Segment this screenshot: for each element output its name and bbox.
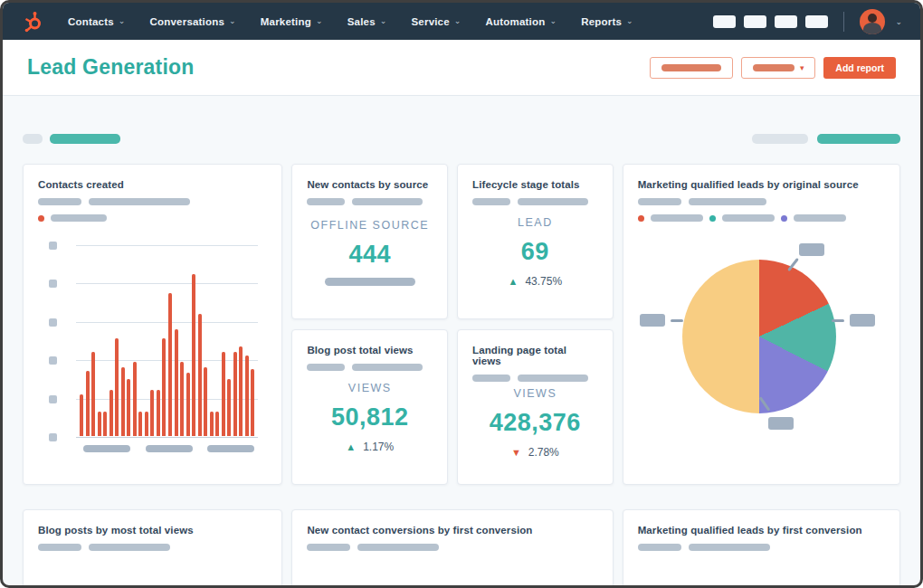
nav-tool-icon[interactable]	[775, 15, 797, 28]
redacted-axis-tick	[49, 433, 57, 441]
pie-chart-area	[638, 227, 885, 453]
bar[interactable]	[127, 379, 130, 436]
user-avatar[interactable]	[860, 9, 885, 34]
bar[interactable]	[157, 390, 160, 436]
card-title: Contacts created	[38, 179, 267, 190]
card-mql-by-original-source[interactable]: Marketing qualified leads by original so…	[623, 164, 900, 485]
bar[interactable]	[180, 362, 184, 436]
nav-item-reports[interactable]: Reports⌄	[581, 16, 633, 27]
redacted-legend-label	[722, 214, 775, 222]
redacted-text-bar	[89, 544, 170, 551]
pie-legend	[638, 214, 885, 222]
redacted-text-bar	[38, 198, 81, 205]
redacted-text-bar	[307, 544, 350, 551]
nav-item-contacts[interactable]: Contacts⌄	[68, 16, 126, 27]
nav-item-label: Service	[411, 16, 449, 27]
bar[interactable]	[91, 352, 95, 436]
filter-pill-placeholder[interactable]	[817, 134, 900, 144]
redacted-axis-tick	[49, 356, 57, 365]
add-report-button[interactable]: Add report	[823, 57, 896, 79]
nav-utilities: ⌄	[713, 9, 902, 34]
filter-pill-placeholder[interactable]	[752, 134, 808, 144]
redacted-text-bar	[518, 375, 588, 382]
bar[interactable]	[168, 293, 172, 436]
dashboard-actions-button[interactable]	[650, 57, 733, 79]
nav-menu: Contacts⌄ Conversations⌄ Marketing⌄ Sale…	[68, 16, 633, 27]
bar[interactable]	[227, 379, 231, 436]
bar[interactable]	[210, 412, 214, 436]
redacted-text-bar	[307, 198, 345, 205]
bar[interactable]	[251, 369, 254, 436]
card-title: New contact conversions by first convers…	[307, 525, 597, 536]
bar[interactable]	[186, 373, 190, 436]
bar[interactable]	[80, 394, 83, 436]
card-blog-post-total-views[interactable]: Blog post total views VIEWS 50,812 ▲ 1.1…	[291, 329, 448, 485]
card-new-contacts-by-source[interactable]: New contacts by source OFFLINE SOURCE 44…	[291, 164, 448, 319]
legend-item	[781, 214, 846, 222]
redacted-axis-tick	[49, 242, 57, 250]
redacted-text-bar	[472, 375, 510, 382]
bar[interactable]	[239, 346, 243, 436]
redacted-legend-label	[651, 214, 703, 222]
nav-item-service[interactable]: Service⌄	[411, 16, 461, 27]
chevron-down-icon[interactable]: ⌄	[895, 17, 902, 26]
bar[interactable]	[150, 390, 154, 436]
nav-item-marketing[interactable]: Marketing⌄	[261, 16, 323, 27]
filter-pill-placeholder[interactable]	[23, 134, 43, 144]
bar[interactable]	[162, 338, 166, 436]
bar[interactable]	[121, 367, 125, 436]
bar[interactable]	[175, 329, 178, 436]
nav-tool-icon[interactable]	[713, 15, 736, 28]
bar[interactable]	[103, 412, 107, 436]
bar[interactable]	[86, 371, 90, 436]
card-landing-page-total-views[interactable]: Landing page total views VIEWS 428,376 ▼…	[457, 329, 614, 485]
card-title: Blog post total views	[307, 345, 433, 356]
bar[interactable]	[133, 362, 137, 436]
bar[interactable]	[115, 338, 119, 436]
bar[interactable]	[204, 367, 207, 436]
chevron-down-icon: ⌄	[229, 16, 236, 25]
header-actions: ▾ Add report	[650, 57, 896, 79]
pie-callout-label	[799, 243, 824, 256]
redacted-text-bar	[325, 278, 415, 286]
arrow-down-icon: ▼	[511, 447, 521, 458]
dashboard-filter-dropdown[interactable]: ▾	[741, 57, 815, 79]
bar[interactable]	[145, 412, 148, 436]
card-lifecycle-stage-totals[interactable]: Lifecycle stage totals LEAD 69 ▲ 43.75%	[457, 164, 614, 319]
bar[interactable]	[138, 412, 142, 436]
card-mql-by-first-conversion[interactable]: Marketing qualified leads by first conve…	[623, 509, 900, 588]
nav-item-conversations[interactable]: Conversations⌄	[150, 16, 236, 27]
bar[interactable]	[215, 412, 219, 436]
card-new-contact-conversions[interactable]: New contact conversions by first convers…	[291, 509, 613, 588]
bar[interactable]	[198, 314, 202, 436]
delta-indicator: ▲ 43.75%	[509, 275, 563, 288]
delta-value: 2.78%	[528, 446, 559, 459]
pie-chart	[682, 260, 836, 413]
bar[interactable]	[245, 356, 249, 436]
card-title: Blog posts by most total views	[38, 525, 267, 536]
nav-item-label: Sales	[347, 16, 376, 27]
bar[interactable]	[222, 352, 225, 436]
legend-item	[709, 214, 775, 222]
card-title: Marketing qualified leads by original so…	[638, 179, 885, 190]
card-blog-posts-by-most-total-views[interactable]: Blog posts by most total views	[23, 509, 282, 588]
dashboard-content: Contacts created Ne	[3, 96, 920, 588]
filter-pill-placeholder[interactable]	[50, 134, 120, 144]
bar[interactable]	[109, 390, 113, 436]
pie-callout-label	[850, 314, 875, 327]
nav-tool-icon[interactable]	[744, 15, 766, 28]
bar[interactable]	[98, 412, 101, 436]
metric-label: VIEWS	[348, 382, 392, 394]
redacted-text-bar	[518, 198, 588, 205]
redacted-text-bar	[638, 544, 681, 551]
card-contacts-created[interactable]: Contacts created	[23, 164, 282, 485]
nav-item-automation[interactable]: Automation⌄	[486, 16, 557, 27]
nav-item-sales[interactable]: Sales⌄	[347, 16, 387, 27]
redacted-axis-tick	[49, 280, 57, 288]
nav-tool-icon[interactable]	[805, 15, 828, 28]
bar[interactable]	[233, 352, 237, 436]
metric-label: LEAD	[518, 216, 553, 229]
card-title: Landing page total views	[472, 345, 598, 366]
bar[interactable]	[192, 274, 195, 436]
hubspot-logo-icon[interactable]	[21, 10, 44, 33]
